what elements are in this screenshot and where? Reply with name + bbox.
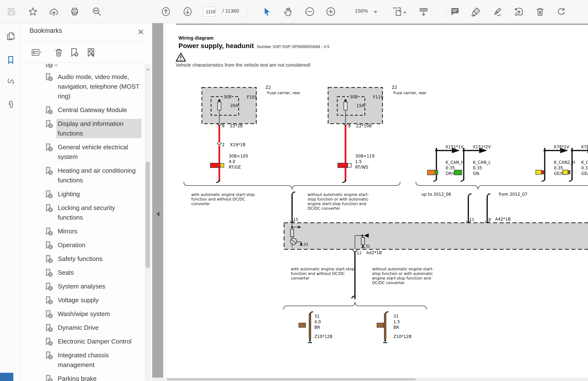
bookmark-item[interactable]: General vehicle electrical system [21,142,145,162]
bookmark-globe-icon [45,166,53,175]
page-count-label: / 11360 [222,8,239,14]
bookmark-globe-icon [45,310,53,319]
delete-bookmark-button[interactable] [53,47,64,58]
pin-number: 15 [293,217,298,222]
bookmark-options-button[interactable] [31,47,42,58]
component-id: Z2 [392,85,397,90]
wire-color-label: BR [393,325,399,330]
page-fit-caret[interactable] [403,10,406,15]
page-fit-button[interactable] [391,6,403,17]
bookmark-item-label: Integrated chassis management [56,350,141,370]
goto-bookmark-button[interactable] [85,47,97,58]
attachments-panel-button[interactable] [5,100,16,110]
connector-label: Z2*2B [230,123,243,128]
bookmark-item[interactable]: Electronic Damper Control [21,337,145,346]
bookmark-item[interactable]: Audio mode, video mode, navigation, tele… [21,72,145,101]
document-horizontal-scrollbar[interactable] [152,378,588,381]
bookmark-item[interactable]: Mirrors [21,226,145,236]
zoom-dropdown-caret[interactable] [374,10,377,14]
delete-pages-button[interactable] [534,6,546,17]
signatures-panel-button[interactable] [5,77,16,87]
save-button[interactable] [6,6,17,17]
bookmark-item[interactable]: Seats [21,268,145,277]
amps-label: 20A [230,103,238,108]
component-name: Fuse carrier, rear [393,91,426,95]
fill-sign-button[interactable] [492,6,503,17]
bookmark-item[interactable]: Safety functions [21,254,145,263]
page-thumbnails-button[interactable] [5,31,16,41]
bookmark-item[interactable]: Lighting [21,189,145,199]
bookmark-item[interactable]: Dynamic Drive [21,323,145,332]
bookmark-item[interactable]: Parking brake [21,374,145,381]
bookmark-item-selected[interactable]: Display and information functions [21,119,145,138]
bookmark-item[interactable]: System analyses [21,281,145,291]
bus-label: 30B [349,95,358,99]
scrollbar-thumb[interactable] [146,161,150,268]
bookmark-item[interactable]: Locking and security functions [21,203,145,222]
bookmark-item[interactable]: Voltage supply [21,295,145,305]
panel-divider [24,41,146,42]
circuit-label: 30B<119 [355,154,375,159]
highlight-button[interactable] [470,6,482,17]
search-button[interactable] [91,6,103,17]
period-label: from 2012_07 [499,192,527,197]
hand-tool-button[interactable] [282,6,294,17]
scroll-up-arrow[interactable] [146,68,150,72]
scrolling-mode-button[interactable] [418,6,429,17]
edit-pdf-button[interactable] [513,6,525,17]
period-label: up to 2012_06 [421,192,451,197]
bookmark-globe-icon [45,337,53,346]
bookmark-globe-icon [45,255,53,263]
wire-color-swatch [563,170,570,175]
variant-note: with automatic engine start-stop functio… [191,192,254,206]
comment-button[interactable] [449,6,461,17]
bookmark-globe-icon [45,73,53,81]
amps-label: 15A [356,103,364,108]
bookmark-item-label: Safety functions [56,254,104,263]
bookmark-globe-icon [45,268,53,277]
bookmarks-panel: Bookmarks Audio mode, video mode, naviga… [21,23,152,381]
navigation-rail [0,23,21,381]
share-upload-button[interactable] [48,6,60,17]
bookmark-item[interactable]: Heating and air conditioning functions [21,166,145,185]
collapse-panel-button[interactable] [156,212,159,217]
bookmark-globe-icon [45,106,53,115]
bookmark-item-label: Dynamic Drive [56,323,100,332]
bookmark-item[interactable]: Central Gateway Module [21,105,145,115]
bookmark-item[interactable]: Operation [21,240,145,250]
wire-color-label: BR [314,325,320,330]
wire-color-label: RT/GE [229,165,241,170]
bookmark-item[interactable]: Integrated chassis management [21,350,145,370]
pin-number: 11 [469,217,474,222]
pdf-page: Wiring diagram Power supply, headunit Nu… [163,23,588,381]
wire-color-swatch [536,170,544,175]
zoom-in-button[interactable] [325,6,336,17]
bookmark-globe-icon [45,143,53,152]
connector-label: Z2*10B [356,123,372,128]
gauge-label: 4.0 [229,159,235,164]
bookmark-item[interactable]: Wash/wipe system [21,309,145,319]
wire-color-swatch [299,323,306,328]
bookmarks-panel-button[interactable] [5,55,16,65]
toolbar-separator [247,4,247,19]
zoom-out-button[interactable] [304,6,315,17]
rotate-button[interactable] [555,6,567,17]
bus-label: 30B [223,95,232,99]
hscrollbar-thumb[interactable] [167,378,416,380]
star-button[interactable] [27,6,39,17]
close-panel-button[interactable] [137,28,145,36]
connector-label: Z10*12B [314,334,333,339]
add-bookmark-button[interactable] [69,47,80,58]
pin-number: 12 [357,251,361,255]
wire-color-swatch [210,163,224,168]
variant-note: with automatic engine start-stop functio… [291,267,354,281]
page-number-input[interactable] [203,7,216,17]
wire-color-swatch [337,163,352,168]
next-page-button[interactable] [182,6,193,17]
panel-scrollbar[interactable] [145,64,151,381]
print-button[interactable] [69,6,81,17]
select-tool-button[interactable] [261,6,273,17]
bookmark-globe-icon [45,375,53,381]
previous-page-button[interactable] [160,6,172,17]
zoom-level-value[interactable]: 150% [355,8,368,14]
